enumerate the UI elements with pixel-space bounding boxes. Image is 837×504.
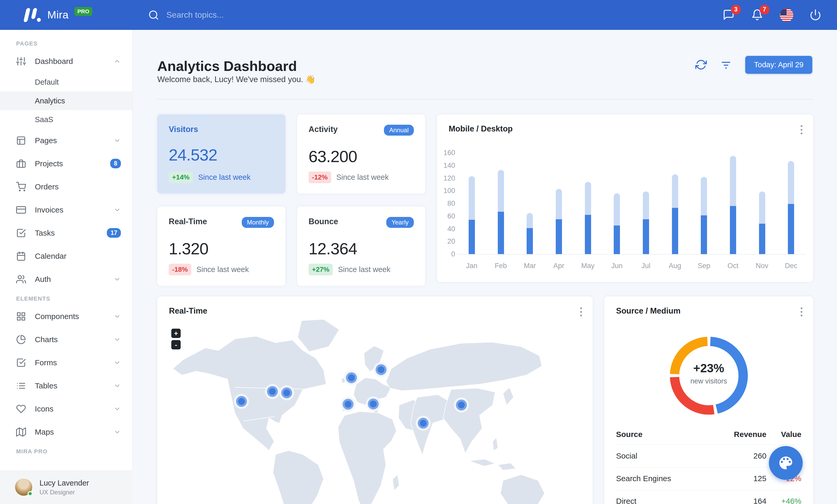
map-icon [16,427,26,437]
chevron-down-icon [113,313,121,320]
stat-period-text: Since last week [336,173,389,182]
sidebar-item-projects[interactable]: Projects8 [0,152,132,175]
check-square-icon [16,228,26,238]
check-square-icon [16,358,26,368]
mobile-desktop-card: Mobile / Desktop 020406080100120140160Ja… [437,114,813,282]
x-axis-tick: Jun [603,262,631,270]
online-status-dot [28,491,33,496]
sidebar-count-badge: 8 [110,159,121,168]
bar-mobile [614,225,620,254]
page-subtitle: Welcome back, Lucy! We've missed you. 👋 [157,75,316,84]
bar-mobile [469,220,475,254]
stat-title: Visitors [169,125,198,134]
map-marker [366,396,381,411]
x-axis-tick: Dec [777,262,805,270]
col-value: Value [766,424,801,445]
heart-icon [16,404,26,414]
sidebar-item-label: Charts [35,335,113,344]
sidebar-item-label: Forms [35,358,113,367]
x-axis-tick: Mar [515,262,544,270]
x-axis-tick: May [574,262,602,270]
bar-mobile [730,206,736,254]
pie-chart-icon [16,335,26,344]
x-axis-tick: Jul [631,262,660,270]
app-root: Mira PRO 3 7 PAGESDashboardDefaultAnalyt… [0,0,837,504]
stat-value: 24.532 [169,146,274,164]
navbar-actions: 3 7 [723,8,837,22]
stat-card-bounce: BounceYearly 12.364 +27% Since last week [297,207,425,286]
sidebar-subitem-saas[interactable]: SaaS [0,110,132,129]
sidebar-nav: PAGESDashboardDefaultAnalyticsSaaSPagesP… [0,30,132,458]
sidebar-item-maps[interactable]: Maps [0,421,132,444]
refresh-icon[interactable] [695,59,707,71]
search-icon [148,10,159,20]
sidebar-item-label: Auth [35,275,113,284]
sidebar-item-pages[interactable]: Pages [0,129,132,152]
sidebar-item-tasks[interactable]: Tasks17 [0,221,132,244]
sidebar-item-auth[interactable]: Auth [0,267,132,291]
sidebar-subitem-analytics[interactable]: Analytics [0,91,132,110]
sidebar-item-invoices[interactable]: Invoices [0,198,132,221]
y-axis-tick: 140 [437,162,455,170]
messages-count-badge: 3 [731,5,741,15]
y-axis-tick: 160 [437,149,455,157]
date-range-button[interactable]: Today: April 29 [745,56,812,74]
header-divider [157,99,814,99]
shopping-cart-icon [16,182,26,192]
stat-value: 63.200 [308,147,414,166]
stacked-bar-chart: 020406080100120140160JanFebMarAprMayJunJ… [437,114,813,282]
cell-revenue: 125 [711,467,767,490]
notifications-button[interactable]: 7 [751,9,764,21]
sidebar-user[interactable]: Lucy Lavender UX Designer [0,470,132,504]
theme-settings-button[interactable] [769,446,803,480]
sidebar-item-orders[interactable]: Orders [0,175,132,198]
kebab-menu-icon[interactable] [580,307,583,316]
stat-change-badge: +14% [169,171,193,183]
sidebar: PAGESDashboardDefaultAnalyticsSaaSPagesP… [0,30,132,504]
brand[interactable]: Mira PRO [0,7,122,23]
y-axis-tick: 120 [437,174,455,182]
chevron-down-icon [113,405,121,413]
sidebar-subitem-default[interactable]: Default [0,73,132,91]
y-axis-tick: 100 [437,187,455,195]
layout-icon [16,136,26,146]
stat-period-tag[interactable]: Annual [384,125,414,136]
sidebar-item-components[interactable]: Components [0,305,132,328]
stat-period-tag[interactable]: Monthly [242,217,274,228]
y-axis-tick: 20 [437,238,455,245]
donut-center-label: new visitors [670,377,748,385]
sidebar-item-label: Pages [35,136,113,145]
brand-name: Mira [47,9,69,21]
kebab-menu-icon[interactable] [801,307,803,316]
donut-chart: +23% new visitors [670,337,748,415]
sidebar-item-label: Icons [35,405,113,413]
chevron-down-icon [113,206,121,213]
cell-source: Direct [616,490,711,504]
bar-mobile [759,224,765,254]
x-axis-tick: Jan [458,262,486,270]
top-navbar: Mira PRO 3 7 [0,0,837,30]
map-marker [279,385,294,400]
y-axis-tick: 80 [437,200,455,208]
sidebar-item-icons[interactable]: Icons [0,397,132,421]
map-card-title: Real-Time [169,306,208,316]
sidebar-item-dashboard[interactable]: Dashboard [0,50,132,73]
header-actions: Today: April 29 [695,56,812,74]
sign-out-button[interactable] [809,9,822,21]
filter-icon[interactable] [720,59,732,71]
language-flag-button[interactable] [780,8,793,22]
stat-title: Real-Time [169,217,207,226]
sidebar-item-charts[interactable]: Charts [0,328,132,351]
search-input[interactable] [166,10,285,20]
stat-card-visitors: Visitors 24.532 +14% Since last week [157,114,285,193]
sidebar-item-calendar[interactable]: Calendar [0,244,132,267]
messages-button[interactable]: 3 [723,9,735,21]
sidebar-item-label: Dashboard [35,57,113,66]
stat-period-tag[interactable]: Yearly [386,217,414,228]
notifications-count-badge: 7 [760,5,769,15]
sidebar-item-tables[interactable]: Tables [0,374,132,397]
x-axis-tick: Aug [661,262,689,270]
sidebar-item-forms[interactable]: Forms [0,351,132,374]
grid-icon [16,312,26,321]
stat-value: 12.364 [308,239,414,258]
